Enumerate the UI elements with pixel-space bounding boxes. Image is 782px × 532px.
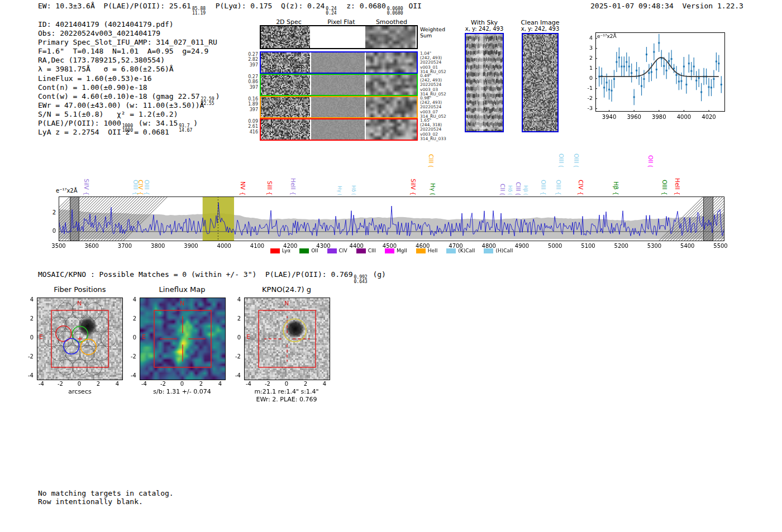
spec2d-row-left-labels: 0.092.61416 <box>244 119 258 135</box>
legend-item: HeII <box>416 248 438 253</box>
panel-xtick: 0 <box>279 381 294 387</box>
info-line: F=1.6" T=0.148 N=1.01 A=0.95 g=24.9 <box>38 47 220 56</box>
weighted-sum-2dspec-image <box>261 26 310 48</box>
weighted-sum-label: Weighted Sum <box>420 26 445 39</box>
panel-ytick: -2 <box>125 353 136 360</box>
legend-label: (H)CaII <box>495 248 513 253</box>
clean-image-frame <box>522 33 559 132</box>
text-segment: Cont(w) = 4.60(±0.10)e-18 (gmag 22.57 <box>38 92 200 100</box>
spec2d-row-left-labels: 0.161.89397 <box>244 97 258 112</box>
line-annotation: SiIV { <box>83 165 90 195</box>
full-spectrum-chart <box>59 196 724 241</box>
spectrum-unit-label: e⁻¹⁷x2Å <box>56 188 78 194</box>
text-segment: Cont(n) = 1.00(±0.90)e-18 <box>38 83 147 92</box>
row-2dspec-image <box>261 75 310 95</box>
weighted-sum-label-line2: Sum <box>420 32 445 39</box>
panel-ytick: 2 <box>22 315 34 322</box>
clean-image <box>523 34 557 131</box>
legend-label: MgII <box>397 248 407 253</box>
panel-ytick: -2 <box>22 353 34 360</box>
spec2d-row-right-labels: 1.04"(242, 493)20220524v003_01314_RU_052 <box>420 51 446 74</box>
text-segment: Obs: 20220524v003_4021404179 <box>38 29 160 37</box>
kpno-panel <box>244 298 330 380</box>
panel-xtick: 0 <box>175 381 189 387</box>
panel-ytick: -4 <box>22 372 34 378</box>
compass-east-label: E <box>39 333 43 341</box>
legend-label: (K)CaII <box>458 248 475 253</box>
row-smoothed-image <box>366 119 417 140</box>
spec2d-row-right-labels: 0.98"(242, 493)20220524v003_07314_RU_052 <box>420 96 446 119</box>
line-annotation: Hγ ( <box>429 165 437 195</box>
detection-info-block: ID: 4021404179 (4021404179.pdf)Obs: 2022… <box>38 20 220 137</box>
legend-item: Lyα <box>270 248 290 253</box>
legend-swatch <box>270 248 280 253</box>
line-annotation: CIII ( <box>514 165 522 195</box>
row-pixelflat-image <box>311 75 365 95</box>
panel-xtick: -4 <box>34 381 49 387</box>
info-line: λ = 3981.75Å σ = 6.80(±2.56)Å <box>38 65 220 74</box>
kpno-title: KPNO(24.7) g <box>244 285 329 294</box>
text-segment: LineFlux = 1.60(±0.53)e-16 <box>38 74 152 83</box>
elixer-report-page: EW: 10.3±3.6Å P(LAE)/P(OII): 25.6185.881… <box>0 0 782 532</box>
stacked-fraction: 0.06800.0680 <box>387 7 403 16</box>
legend-swatch <box>416 248 426 253</box>
legend-label: HeII <box>428 248 438 253</box>
line-annotation: Hδ ( <box>350 165 357 195</box>
legend-swatch <box>385 248 394 253</box>
spec2d-row-left-labels: 0.272.82397 <box>244 52 258 68</box>
legend-swatch <box>327 248 337 253</box>
legend-item: (H)CaII <box>484 248 513 253</box>
info-line: RA,Dec (173.789215,52.380554) <box>38 56 220 65</box>
fiber-xlabel: arcsecs <box>37 388 122 395</box>
weighted-sum-row <box>260 25 418 49</box>
text-segment: F=1.6" T=0.148 N=1.01 A=0.95 g=24.9 <box>38 47 208 55</box>
panel-ytick: 0 <box>125 334 136 341</box>
lineflux-map-image <box>140 298 225 380</box>
panel-ytick: 4 <box>125 296 136 303</box>
info-line: ID: 4021404179 (4021404179.pdf) <box>38 20 220 29</box>
spectrum-ytick-2: 2 <box>45 209 56 215</box>
line-annotation: CIII ( <box>427 137 435 167</box>
version-label: Version 1.22.3 <box>682 2 743 10</box>
spec2d-rows <box>260 51 418 141</box>
text-segment: ) <box>193 119 198 127</box>
row-smoothed-image <box>366 75 417 95</box>
legend-swatch <box>356 248 366 253</box>
line-annotation: OIII ( <box>557 137 565 167</box>
panel-xtick: 2 <box>91 381 106 387</box>
spectrum-legend: LyαOIICIVCIIIMgIIHeII(K)CaII(H)CaII <box>59 248 724 253</box>
row-smoothed-image <box>366 97 417 117</box>
row-pixelflat-image <box>311 119 365 140</box>
info-line: Cont(n) = 1.00(±0.90)e-18 <box>38 83 220 92</box>
timestamp: 2025-01-07 09:48:34 <box>590 2 674 10</box>
clean-image-coords: x, y: 242, 493 <box>512 26 568 32</box>
lineflux-caption: s/b: 1.31 +/- 0.074 <box>126 388 238 395</box>
panel-xtick: -2 <box>53 381 68 387</box>
spec2d-row <box>260 51 418 74</box>
text-segment: z: 0.0680 <box>338 2 386 10</box>
panel-ytick: -4 <box>125 372 136 378</box>
line-annotation: SiIV { <box>409 165 417 195</box>
text-segment: P(LAE)/P(OII): 1000 <box>38 119 121 127</box>
legend-item: MgII <box>385 248 407 253</box>
timestamp-version: 2025-01-07 09:48:34 Version 1.22.3 <box>590 2 743 10</box>
info-line: Cont(w) = 4.60(±0.10)e-18 (gmag 22.5722.… <box>38 92 220 101</box>
text-segment: EWr = 47.00(±43.00) (w: 11.00(±3.50))Å <box>38 101 204 109</box>
line-annotation: Hγ ( <box>336 165 344 195</box>
info-line: Primary Spec_Slot_IFU_AMP: 314_027_011_R… <box>38 38 220 47</box>
spec2d-row <box>260 74 418 96</box>
line-annotation: Hδ ( <box>506 165 514 195</box>
legend-swatch <box>446 248 456 253</box>
text-segment: P(Lyα): 0.175 Q(z): 0.24 <box>207 2 325 10</box>
info-line: LyA z = 2.2754 OII z = 0.0681 <box>38 128 220 137</box>
fiber-positions-image <box>37 298 122 380</box>
line-annotation: HeII { <box>674 165 681 195</box>
line-annotation: OIII { <box>540 165 547 195</box>
panel-xtick: 4 <box>213 381 227 387</box>
fiber-positions-panel <box>37 298 123 380</box>
fiber-positions-title: Fiber Positions <box>37 285 122 294</box>
row-2dspec-image <box>261 52 310 73</box>
legend-swatch <box>484 248 493 253</box>
compass-north-label: N <box>180 300 184 307</box>
row-smoothed-image <box>366 52 417 73</box>
